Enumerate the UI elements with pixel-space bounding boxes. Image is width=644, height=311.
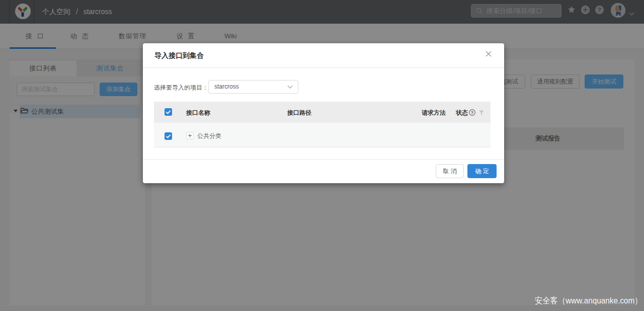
svg-text:?: ? [471,110,473,115]
